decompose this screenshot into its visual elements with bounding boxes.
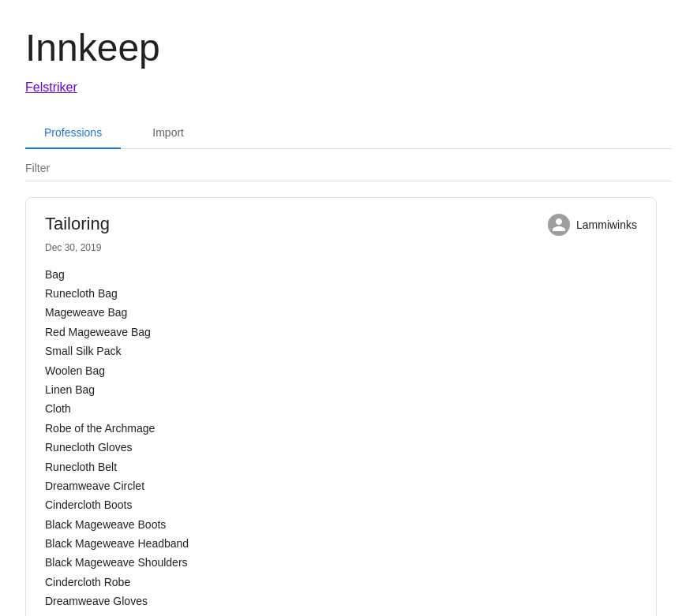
profession-title: Tailoring <box>45 214 110 234</box>
tabs-container: Professions Import <box>25 117 672 149</box>
profession-date: Dec 30, 2019 <box>45 242 637 253</box>
list-item: Cindercloth Boots <box>45 496 637 513</box>
user-info: Lammiwinks <box>548 214 637 236</box>
realm-link[interactable]: Felstriker <box>25 80 77 95</box>
username: Lammiwinks <box>576 218 637 231</box>
list-item: Small Silk Pack <box>45 342 637 360</box>
list-item: Black Mageweave Shoulders <box>45 554 637 571</box>
list-item: Black Mageweave Boots <box>45 516 637 533</box>
list-item: Runecloth Bag <box>45 285 637 302</box>
profession-card: Tailoring Lammiwinks Dec 30, 2019 BagRun… <box>25 197 657 616</box>
list-item: Linen Bag <box>45 381 637 398</box>
list-item: Runecloth Gloves <box>45 439 637 456</box>
list-item: Red Mageweave Bag <box>45 323 637 341</box>
list-item: Bag <box>45 266 637 283</box>
tab-import[interactable]: Import <box>121 117 215 148</box>
filter-container <box>25 149 672 181</box>
list-item: Woolen Bag <box>45 362 637 379</box>
list-item: Dreamweave Gloves <box>45 592 637 610</box>
list-item: Cloth <box>45 400 637 417</box>
list-item: Black Mageweave Headband <box>45 535 637 552</box>
card-header: Tailoring Lammiwinks <box>45 214 637 236</box>
list-item: Robe of the Archmage <box>45 420 637 437</box>
filter-input[interactable] <box>25 162 672 181</box>
list-item: Mageweave Bag <box>45 304 637 321</box>
list-item: Dreamweave Vest <box>45 612 637 616</box>
items-list: BagRunecloth BagMageweave BagRed Magewea… <box>45 266 637 616</box>
tab-professions[interactable]: Professions <box>25 117 121 148</box>
avatar-icon <box>548 214 570 236</box>
list-item: Runecloth Belt <box>45 458 637 476</box>
list-item: Cindercloth Robe <box>45 573 637 591</box>
app-title: Innkeep <box>25 25 672 71</box>
list-item: Dreamweave Circlet <box>45 477 637 495</box>
